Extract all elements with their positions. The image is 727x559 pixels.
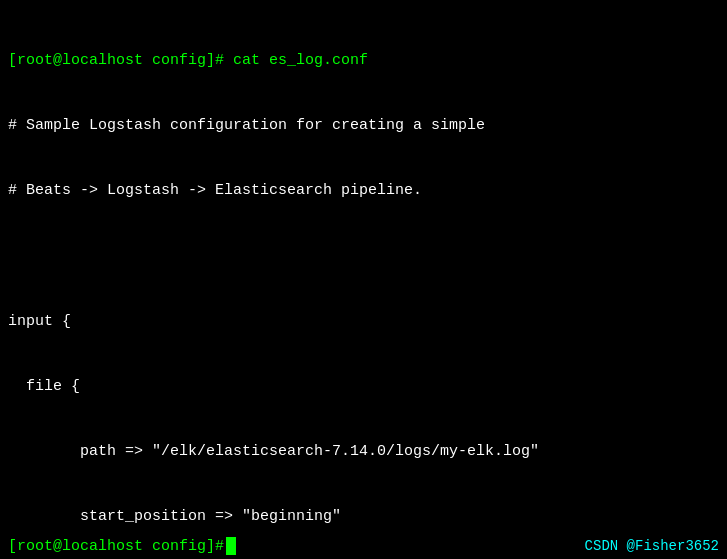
output-line-3 — [8, 245, 719, 267]
cursor — [226, 537, 236, 555]
command-line: [root@localhost config]# cat es_log.conf — [8, 50, 719, 72]
terminal-window: [root@localhost config]# cat es_log.conf… — [0, 0, 727, 559]
output-line-4: input { — [8, 311, 719, 333]
output-line-6: path => "/elk/elasticsearch-7.14.0/logs/… — [8, 441, 719, 463]
prompt-line: [root@localhost config]# — [8, 537, 236, 555]
shell-prompt: [root@localhost config]# — [8, 538, 224, 555]
output-line-2: # Beats -> Logstash -> Elasticsearch pip… — [8, 180, 719, 202]
output-line-7: start_position => "beginning" — [8, 506, 719, 528]
bottom-bar: [root@localhost config]# CSDN @Fisher365… — [0, 533, 727, 559]
output-line-5: file { — [8, 376, 719, 398]
watermark-label: CSDN @Fisher3652 — [585, 538, 719, 554]
terminal-output: [root@localhost config]# cat es_log.conf… — [8, 6, 719, 559]
output-line-1: # Sample Logstash configuration for crea… — [8, 115, 719, 137]
